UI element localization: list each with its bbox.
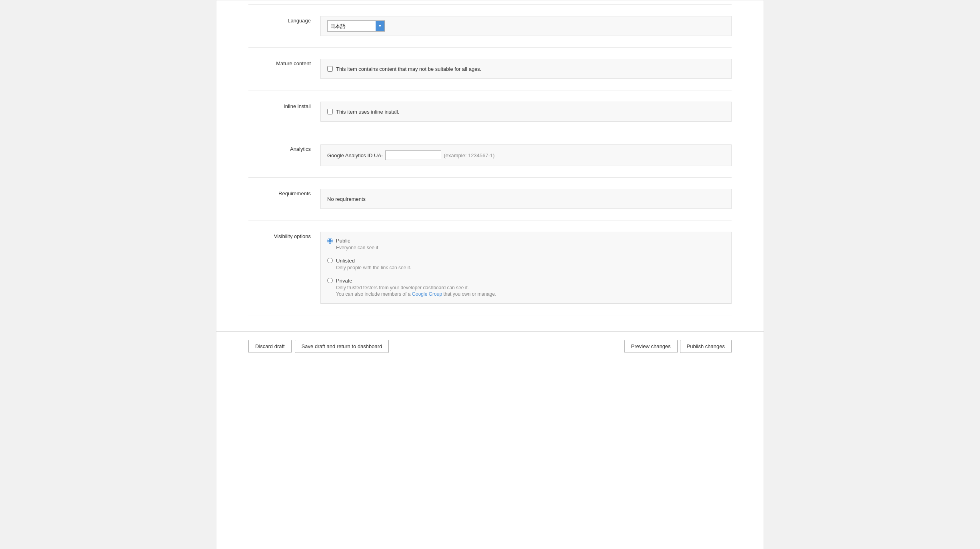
- analytics-input-row: Google Analytics ID UA- (example: 123456…: [327, 150, 495, 160]
- visibility-public-radio[interactable]: [327, 238, 333, 244]
- mature-content-checkbox-row: This item contains content that may not …: [327, 66, 481, 72]
- analytics-row: Analytics Google Analytics ID UA- (examp…: [248, 133, 732, 178]
- select-arrow-box: ▼: [376, 21, 384, 31]
- radio-option-unlisted-header: Unlisted: [327, 258, 496, 264]
- requirements-field: No requirements: [320, 189, 732, 209]
- visibility-unlisted-label[interactable]: Unlisted: [336, 258, 355, 264]
- visibility-private-radio[interactable]: [327, 278, 333, 283]
- mature-content-checkbox[interactable]: [327, 66, 333, 72]
- google-group-link[interactable]: Google Group: [412, 291, 442, 297]
- footer-left: Discard draft Save draft and return to d…: [248, 340, 389, 353]
- language-field-container: 日本語 English Français Deutsch Español ▼: [320, 16, 732, 36]
- mature-content-label: Mature content: [248, 59, 320, 66]
- analytics-label: Analytics: [248, 144, 320, 152]
- preview-changes-button[interactable]: Preview changes: [624, 340, 678, 353]
- language-label: Language: [248, 16, 320, 24]
- requirements-label: Requirements: [248, 189, 320, 196]
- inline-install-checkbox[interactable]: [327, 109, 333, 114]
- visibility-public-desc: Everyone can see it: [336, 244, 496, 251]
- analytics-example: (example: 1234567-1): [444, 152, 494, 158]
- inline-install-field: This item uses inline install.: [320, 102, 732, 122]
- footer-bar: Discard draft Save draft and return to d…: [216, 331, 764, 361]
- visibility-unlisted-radio[interactable]: [327, 258, 333, 263]
- language-select-wrapper: 日本語 English Français Deutsch Español ▼: [327, 20, 385, 32]
- footer-right: Preview changes Publish changes: [624, 340, 732, 353]
- mature-content-field: This item contains content that may not …: [320, 59, 732, 79]
- chevron-down-icon: ▼: [378, 24, 382, 28]
- radio-option-unlisted: Unlisted Only people with the link can s…: [327, 258, 496, 271]
- radio-option-private: Private Only trusted testers from your d…: [327, 278, 496, 298]
- language-row: Language 日本語 English Français Deutsch Es…: [248, 4, 732, 48]
- visibility-private-desc: Only trusted testers from your developer…: [336, 285, 496, 298]
- requirements-row: Requirements No requirements: [248, 178, 732, 220]
- visibility-private-label[interactable]: Private: [336, 278, 352, 284]
- mature-content-row: Mature content This item contains conten…: [248, 48, 732, 90]
- inline-install-label: Inline install: [248, 102, 320, 109]
- analytics-input[interactable]: [385, 150, 441, 160]
- inline-install-checkbox-row: This item uses inline install.: [327, 109, 399, 115]
- visibility-options-row: Visibility options Public Everyone can s…: [248, 220, 732, 315]
- visibility-options-field: Public Everyone can see it Unlisted Only…: [320, 232, 732, 304]
- save-draft-button[interactable]: Save draft and return to dashboard: [295, 340, 389, 353]
- radio-option-public: Public Everyone can see it: [327, 238, 496, 251]
- publish-changes-button[interactable]: Publish changes: [680, 340, 732, 353]
- visibility-public-label[interactable]: Public: [336, 238, 350, 244]
- inline-install-row: Inline install This item uses inline ins…: [248, 90, 732, 133]
- visibility-section: Public Everyone can see it Unlisted Only…: [327, 238, 496, 298]
- visibility-options-label: Visibility options: [248, 232, 320, 239]
- radio-option-private-header: Private: [327, 278, 496, 284]
- radio-option-public-header: Public: [327, 238, 496, 244]
- visibility-unlisted-desc: Only people with the link can see it.: [336, 264, 496, 271]
- analytics-prefix: Google Analytics ID UA-: [327, 152, 383, 158]
- inline-install-checkbox-label[interactable]: This item uses inline install.: [336, 109, 399, 115]
- requirements-value: No requirements: [327, 196, 366, 202]
- mature-content-checkbox-label[interactable]: This item contains content that may not …: [336, 66, 481, 72]
- analytics-field: Google Analytics ID UA- (example: 123456…: [320, 144, 732, 166]
- discard-draft-button[interactable]: Discard draft: [248, 340, 292, 353]
- language-select[interactable]: 日本語 English Français Deutsch Español: [328, 21, 376, 31]
